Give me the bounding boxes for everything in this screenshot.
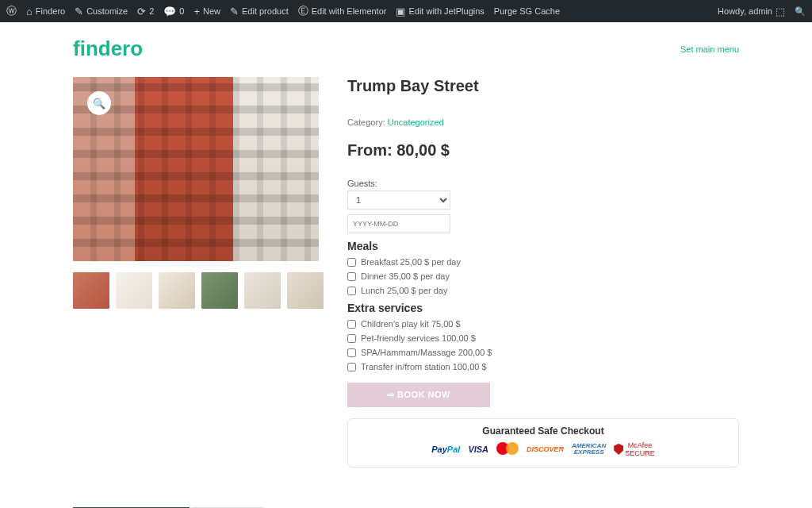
guests-field: Guests: 1 [347,179,739,233]
date-input[interactable] [347,214,450,233]
thumbnail-3[interactable] [159,272,195,309]
visa-icon: VISA [468,444,488,454]
extra-label: Children's play kit 75,00 $ [361,319,461,329]
extra-checkbox-playkit[interactable] [347,320,356,329]
updates-link[interactable]: ⟳2 [137,6,154,17]
meal-checkbox-breakfast[interactable] [347,258,356,267]
discover-icon: DISCOVER [527,445,564,453]
meal-label: Breakfast 25,00 $ per day [361,257,461,267]
thumbnail-2[interactable] [116,272,152,309]
admin-bar-right: Howdy, admin⬚ 🔍 [718,6,806,17]
category-link[interactable]: Uncategorized [388,117,444,127]
thumbnail-row [73,272,324,309]
book-now-button[interactable]: ⇒ BOOK NOW [347,383,490,407]
product-price: From: 80,00 $ [347,141,739,160]
edit-elementor-link[interactable]: ⒺEdit with Elementor [298,4,387,18]
edit-jetplugins-link[interactable]: ▣Edit with JetPlugins [396,6,484,17]
wp-logo[interactable]: ⓦ [6,4,17,18]
meal-option: Breakfast 25,00 $ per day [347,257,739,267]
customize-link[interactable]: ✎Customize [75,6,128,17]
extra-checkbox-spa[interactable] [347,348,356,357]
extra-checkbox-transfer[interactable] [347,363,356,371]
extra-option: Transfer in/from station 100,00 $ [347,362,739,371]
guests-label: Guests: [347,179,739,188]
amex-icon: AMERICANEXPRESS [572,443,606,456]
extra-label: Transfer in/from station 100,00 $ [361,362,487,371]
comments-link[interactable]: 💬0 [163,6,184,17]
edit-product-link[interactable]: ✎Edit product [230,6,289,17]
paypal-icon: PayPal [431,444,460,454]
thumbnail-6[interactable] [287,272,324,309]
extras-heading: Extra services [347,302,739,314]
meal-label: Lunch 25,00 $ per day [361,286,447,295]
mastercard-icon [496,442,519,456]
extra-option: Children's play kit 75,00 $ [347,319,739,329]
thumbnail-4[interactable] [201,272,238,309]
purge-cache-link[interactable]: Purge SG Cache [494,6,560,16]
payment-logos: PayPal VISA DISCOVER AMERICANEXPRESS McA… [361,441,726,457]
extra-label: SPA/Hammam/Massage 200,00 $ [361,348,492,357]
extra-option: SPA/Hammam/Massage 200,00 $ [347,348,739,357]
zoom-icon[interactable]: 🔍 [87,91,111,115]
site-name-link[interactable]: ⌂Findero [26,6,65,17]
product-gallery: 🔍 [73,77,324,468]
meal-option: Lunch 25,00 $ per day [347,286,739,295]
wp-admin-bar: ⓦ ⌂Findero ✎Customize ⟳2 💬0 +New ✎Edit p… [0,0,812,22]
meal-checkbox-dinner[interactable] [347,272,356,281]
meals-heading: Meals [347,240,739,252]
checkout-title: Guaranteed Safe Checkout [361,425,726,437]
guests-select[interactable]: 1 [347,190,450,210]
product-details: Trump Bay Street Category: Uncategorized… [347,77,739,468]
search-icon[interactable]: 🔍 [795,6,806,17]
thumbnail-5[interactable] [244,272,281,309]
extra-label: Pet-friendly services 100,00 $ [361,333,476,343]
meal-option: Dinner 35,00 $ per day [347,271,739,281]
meal-checkbox-lunch[interactable] [347,287,356,295]
mcafee-icon: McAfeeSECURE [614,441,655,457]
product-category: Category: Uncategorized [347,117,739,127]
set-main-menu-link[interactable]: Set main menu [680,44,739,54]
site-logo[interactable]: findero [73,37,143,61]
avatar-icon: ⬚ [776,6,785,17]
thumbnail-1[interactable] [73,272,109,309]
site-header: findero Set main menu [73,30,739,77]
new-link[interactable]: +New [193,6,220,17]
product-title: Trump Bay Street [347,77,739,95]
howdy-link[interactable]: Howdy, admin⬚ [718,6,785,17]
extra-option: Pet-friendly services 100,00 $ [347,333,739,343]
page-container: findero Set main menu 🔍 Trump Bay Street [73,22,739,508]
meal-label: Dinner 35,00 $ per day [361,271,450,281]
product-main-image[interactable]: 🔍 [73,77,319,261]
extra-checkbox-pet[interactable] [347,334,356,343]
product-section: 🔍 Trump Bay Street Category: Uncategoriz… [73,77,739,468]
admin-bar-left: ⓦ ⌂Findero ✎Customize ⟳2 💬0 +New ✎Edit p… [6,4,560,18]
safe-checkout-box: Guaranteed Safe Checkout PayPal VISA DIS… [347,418,739,468]
